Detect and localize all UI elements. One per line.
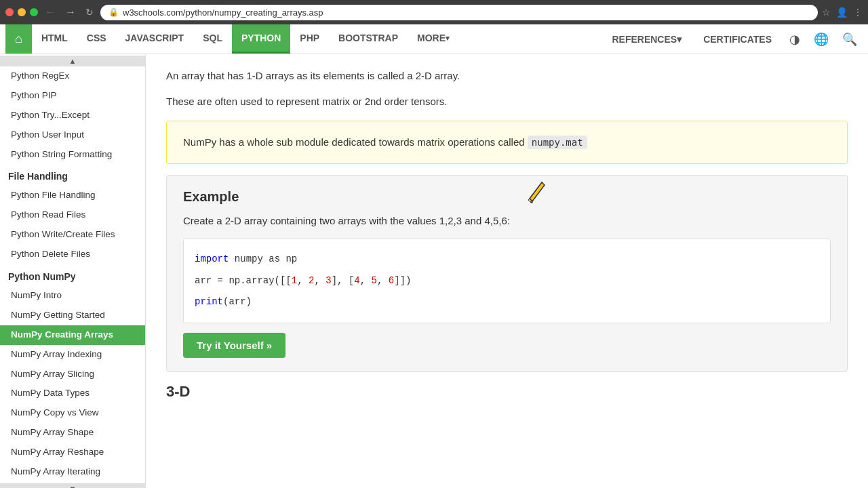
nav-sql[interactable]: SQL bbox=[193, 24, 232, 54]
search-icon[interactable]: 🔍 bbox=[837, 32, 863, 47]
nav-right: REFERENCES ▾ CERTIFICATES ◑ 🌐 🔍 bbox=[602, 24, 863, 54]
sidebar-item-user-input[interactable]: Python User Input bbox=[0, 125, 145, 145]
para2: These are often used to represent matrix… bbox=[166, 94, 848, 110]
address-bar[interactable]: 🔒 w3schools.com/python/numpy_creating_ar… bbox=[100, 5, 818, 20]
certificates-button[interactable]: CERTIFICATES bbox=[694, 34, 781, 45]
highlight-box: NumPy has a whole sub module dedicated t… bbox=[166, 121, 848, 164]
file-handling-section-title: File Handling bbox=[0, 164, 145, 186]
sidebar-item-read-files[interactable]: Python Read Files bbox=[0, 205, 145, 225]
lock-icon: 🔒 bbox=[108, 7, 119, 17]
example-title: Example bbox=[183, 189, 831, 205]
code-line1: import numpy as np bbox=[195, 251, 819, 268]
sidebar-item-regex[interactable]: Python RegEx bbox=[0, 66, 145, 86]
references-button[interactable]: REFERENCES ▾ bbox=[602, 34, 691, 45]
sidebar-item-pip[interactable]: Python PIP bbox=[0, 86, 145, 106]
sidebar-item-file-handling[interactable]: Python File Handling bbox=[0, 186, 145, 205]
globe-icon[interactable]: 🌐 bbox=[808, 32, 834, 47]
nav-more[interactable]: MORE bbox=[408, 24, 459, 54]
sidebar-item-numpy-creating-arrays[interactable]: NumPy Creating Arrays bbox=[0, 325, 145, 345]
example-box: Example Create a 2-D array containing tw… bbox=[166, 175, 848, 372]
page-layout: ▲ Python RegEx Python PIP Python Try...E… bbox=[0, 54, 868, 488]
top-navigation: ⌂ HTML CSS JAVASCRIPT SQL PYTHON PHP BOO… bbox=[0, 24, 868, 54]
extensions-icon[interactable]: ⋮ bbox=[853, 7, 863, 18]
main-content: An array that has 1-D arrays as its elem… bbox=[146, 54, 868, 488]
home-button[interactable]: ⌂ bbox=[5, 24, 32, 54]
sidebar-item-numpy-array-reshape[interactable]: NumPy Array Reshape bbox=[0, 443, 145, 462]
sidebar-item-write-files[interactable]: Python Write/Create Files bbox=[0, 225, 145, 245]
home-icon: ⌂ bbox=[15, 32, 22, 46]
sidebar-scroll-down[interactable]: ▼ bbox=[0, 483, 145, 488]
nav-javascript[interactable]: JAVASCRIPT bbox=[116, 24, 194, 54]
section3d-title: 3-D bbox=[166, 383, 848, 401]
numpy-section-title: Python NumPy bbox=[0, 264, 145, 286]
nav-php[interactable]: PHP bbox=[290, 24, 329, 54]
refresh-button[interactable]: ↻ bbox=[83, 5, 96, 19]
browser-chrome: ← → ↻ 🔒 w3schools.com/python/numpy_creat… bbox=[0, 0, 868, 24]
code-line3: print(arr) bbox=[195, 294, 819, 310]
sidebar-item-string-formatting[interactable]: Python String Formatting bbox=[0, 145, 145, 165]
sidebar-item-numpy-copy-vs-view[interactable]: NumPy Copy vs View bbox=[0, 403, 145, 423]
sidebar: ▲ Python RegEx Python PIP Python Try...E… bbox=[0, 54, 146, 488]
back-button[interactable]: ← bbox=[42, 5, 58, 20]
code-line2: arr = np.array([[1, 2, 3], [4, 5, 6]]) bbox=[195, 273, 819, 289]
close-btn[interactable] bbox=[5, 8, 14, 16]
profile-icon[interactable]: 👤 bbox=[836, 7, 848, 18]
sidebar-item-numpy-getting-started[interactable]: NumPy Getting Started bbox=[0, 306, 145, 325]
nav-python[interactable]: PYTHON bbox=[232, 24, 290, 54]
sidebar-item-delete-files[interactable]: Python Delete Files bbox=[0, 245, 145, 264]
sidebar-item-numpy-array-shape[interactable]: NumPy Array Shape bbox=[0, 423, 145, 443]
maximize-btn[interactable] bbox=[30, 8, 38, 16]
code-block: import numpy as np arr = np.array([[1, 2… bbox=[183, 239, 831, 323]
example-desc: Create a 2-D array containing two arrays… bbox=[183, 213, 831, 229]
nav-html[interactable]: HTML bbox=[32, 24, 77, 54]
contrast-icon[interactable]: ◑ bbox=[784, 32, 806, 47]
sidebar-item-numpy-intro[interactable]: NumPy Intro bbox=[0, 286, 145, 306]
highlight-text: NumPy has a whole sub module dedicated t… bbox=[183, 136, 525, 148]
sidebar-item-numpy-data-types[interactable]: NumPy Data Types bbox=[0, 384, 145, 403]
minimize-btn[interactable] bbox=[18, 8, 26, 16]
sidebar-scroll-up[interactable]: ▲ bbox=[0, 56, 145, 66]
browser-actions: ☆ 👤 ⋮ bbox=[822, 7, 863, 18]
try-it-yourself-button[interactable]: Try it Yourself » bbox=[183, 333, 285, 358]
url-text: w3schools.com/python/numpy_creating_arra… bbox=[123, 7, 323, 18]
para1: An array that has 1-D arrays as its elem… bbox=[166, 68, 848, 84]
sidebar-item-numpy-array-indexing[interactable]: NumPy Array Indexing bbox=[0, 345, 145, 365]
nav-css[interactable]: CSS bbox=[77, 24, 116, 54]
sidebar-item-numpy-array-slicing[interactable]: NumPy Array Slicing bbox=[0, 365, 145, 384]
nav-links: HTML CSS JAVASCRIPT SQL PYTHON PHP BOOTS… bbox=[32, 24, 603, 54]
sidebar-item-numpy-array-iterating[interactable]: NumPy Array Iterating bbox=[0, 462, 145, 482]
forward-button[interactable]: → bbox=[62, 5, 79, 20]
highlight-code: numpy.mat bbox=[528, 136, 587, 149]
references-dropdown-icon: ▾ bbox=[677, 34, 682, 45]
bookmark-icon[interactable]: ☆ bbox=[822, 7, 831, 18]
sidebar-item-try-except[interactable]: Python Try...Except bbox=[0, 106, 145, 125]
nav-bootstrap[interactable]: BOOTSTRAP bbox=[329, 24, 408, 54]
